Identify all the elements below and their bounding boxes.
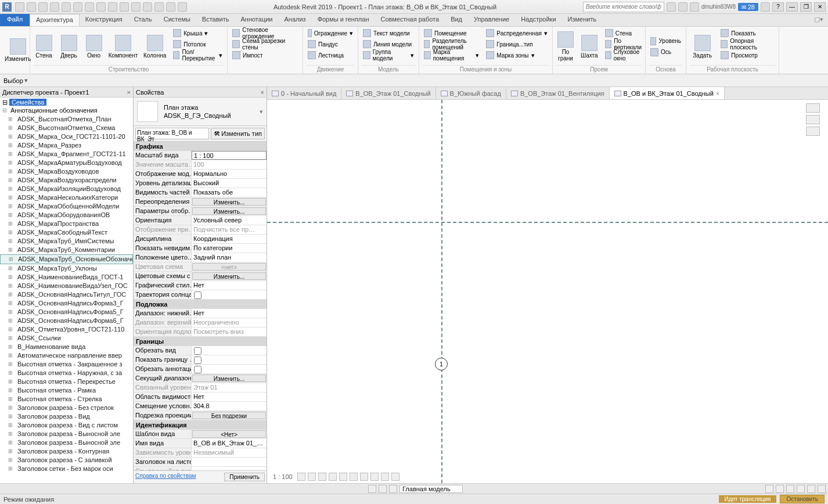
tree-item[interactable]: ADSK_Ссылки [0, 334, 133, 343]
property-value[interactable] [192, 365, 267, 373]
tab-analyze[interactable]: Анализ [278, 14, 311, 26]
design-options-icon[interactable] [389, 485, 397, 493]
editable-icon[interactable] [379, 485, 387, 493]
drawing-canvas[interactable]: 1 1 : 100 [267, 100, 828, 483]
signin-icon[interactable] [678, 2, 687, 12]
qat-3d-icon[interactable] [120, 2, 129, 12]
tab-view[interactable]: Вид [445, 14, 468, 26]
tree-root-label[interactable]: Семейства [9, 99, 46, 106]
property-value[interactable]: Задний план [192, 253, 267, 262]
tab-structure[interactable]: Конструкция [80, 14, 128, 26]
tree-item[interactable]: ADSK_МаркаОборудованияОВ [0, 211, 133, 219]
detail-level-icon[interactable] [297, 473, 305, 481]
tab-annotate[interactable]: Аннотации [235, 14, 279, 26]
level-button[interactable]: Уровень [649, 36, 682, 46]
tree-item[interactable]: Высотная отметка - Перекрестье [0, 377, 133, 386]
wall-button[interactable]: Стена [34, 28, 54, 65]
property-value[interactable]: Нет [192, 281, 267, 290]
view-tab[interactable]: 0 - Начальный вид [267, 87, 341, 99]
tree-item[interactable]: ADSK_ОсновнаяНадписьФорма5_Г [0, 308, 133, 316]
railing-button[interactable]: Ограждение ▾ [307, 28, 354, 38]
tab-massing[interactable]: Формы и генплан [312, 14, 375, 26]
view-tab[interactable]: В_Южный фасад [436, 87, 506, 99]
room-button[interactable]: Помещение [423, 28, 480, 38]
property-value[interactable]: Независимый [192, 448, 267, 457]
tab-systems[interactable]: Системы [158, 14, 196, 26]
area-button[interactable]: Распределенная ▾ [485, 28, 549, 38]
tree-item[interactable]: Высотная отметка - Наружная, с за [0, 369, 133, 377]
tree-item[interactable]: ADSK_ОсновнаяНадписьФорма6_Г [0, 316, 133, 325]
tree-group[interactable]: Аннотационные обозначения [0, 106, 133, 115]
grid-bubble[interactable]: 1 [435, 358, 448, 370]
tree-item[interactable]: ADSK_ОсновнаяНадписьТитул_ГОС [0, 290, 133, 299]
modify-button[interactable]: Изменить [3, 28, 32, 73]
reveal-icon[interactable] [391, 473, 399, 481]
cat-underlay[interactable]: Подложка [134, 300, 267, 309]
edit-type-button[interactable]: 🛠Изменить тип [211, 128, 265, 139]
stair-button[interactable]: Лестница [307, 50, 354, 60]
qat-measure-icon[interactable] [85, 2, 94, 12]
select-links-icon[interactable] [765, 485, 773, 493]
qat-switch-icon[interactable] [166, 2, 175, 12]
main-model-dropdown[interactable]: Главная модель [399, 485, 463, 493]
window-button[interactable]: Окно [84, 28, 104, 65]
area-bnd-button[interactable]: Граница...тип [485, 39, 549, 49]
minimize-button[interactable]: — [786, 2, 798, 12]
property-value[interactable]: В_ОВ и ВК_Этаж 01_… [192, 439, 267, 448]
property-checkbox[interactable] [194, 347, 201, 355]
qat-close-hidden-icon[interactable] [154, 2, 164, 12]
property-value[interactable]: Нормально [192, 170, 267, 178]
tree-item[interactable]: Заголовок разреза - Выносной эле [0, 438, 133, 447]
info-icon[interactable] [667, 2, 676, 12]
tab-addins[interactable]: Надстройки [515, 14, 561, 26]
tree-item[interactable]: ADSK_МаркаАрматурыВоздуховод [0, 159, 133, 167]
tree-item[interactable]: В_Наименование вида [0, 343, 133, 351]
tree-item[interactable]: ADSK_ВысотнаяОтметка_Схема [0, 124, 133, 132]
roof-button[interactable]: Крыша ▾ [172, 28, 224, 38]
tree-item[interactable]: Заголовок разреза - Контурная [0, 447, 133, 456]
property-value[interactable]: Нет [192, 393, 267, 401]
tree-item[interactable]: Заголовок разреза - С заливкой [0, 456, 133, 465]
property-value[interactable]: Условный север [192, 216, 267, 225]
tree-item[interactable]: ADSK_ОсновнаяНадписьФорма3_Г [0, 299, 133, 308]
navigation-widget[interactable] [801, 103, 825, 138]
close-button[interactable]: ✕ [814, 2, 826, 12]
properties-help-link[interactable]: Справка по свойствам [135, 473, 224, 481]
favorites-icon[interactable] [761, 2, 770, 12]
qat-thin-lines-icon[interactable] [143, 2, 152, 12]
tree-item[interactable]: ADSK_НаименованиеВида_ГОСТ-1 [0, 273, 133, 282]
component-button[interactable]: Компонент [109, 28, 138, 65]
shaft-button[interactable]: Шахта [579, 28, 599, 65]
help-icon[interactable]: ? [772, 2, 784, 12]
vertical-opening-button[interactable]: По вертикали [604, 39, 645, 49]
crop-region-icon[interactable] [360, 473, 368, 481]
tree-item[interactable]: ADSK_Марка_Фрагмент_ГОСТ21-11 [0, 150, 133, 159]
close-icon[interactable]: × [127, 89, 131, 96]
grid-button[interactable]: Ось [649, 47, 682, 57]
view-tab[interactable]: В_ОВ_Этаж 01_Вентиляция [506, 87, 610, 99]
rendering-icon[interactable] [339, 473, 347, 481]
sun-path-icon[interactable] [318, 473, 326, 481]
tree-item[interactable]: ADSK_МаркаНесколькихКатегори [0, 193, 133, 202]
filter-icon[interactable] [818, 485, 826, 493]
dormer-button[interactable]: Слуховое окно [604, 50, 645, 60]
tree-item[interactable]: Заголовок разреза - Вид с листом [0, 421, 133, 430]
property-value[interactable]: Нет [192, 309, 267, 318]
tree-item[interactable]: ADSK_МаркаВоздухораспредели [0, 176, 133, 185]
tree-item[interactable]: ADSK_МаркаТруб_Уклоны [0, 264, 133, 273]
model-text-button[interactable]: Текст модели [362, 28, 415, 38]
tree-item[interactable]: Автоматическое направление ввер [0, 351, 133, 360]
tree-item[interactable]: ADSK_Марка_Оси_ГОСТ21-1101-20 [0, 132, 133, 141]
tree-item[interactable]: Заголовок разреза - Выносной эле [0, 430, 133, 438]
cat-identity[interactable]: Идентификация [134, 420, 267, 430]
qat-redo-icon[interactable] [62, 2, 71, 12]
nav-zoom-icon[interactable] [806, 115, 820, 124]
qat-undo-icon[interactable] [50, 2, 59, 12]
qat-sync-icon[interactable] [38, 2, 48, 12]
property-edit-button[interactable]: Изменить... [192, 272, 266, 280]
show-button[interactable]: Показать [719, 28, 775, 38]
tree-item[interactable]: ADSK_МаркаОбобщеннойМодели [0, 202, 133, 211]
notification-badge[interactable]: ✉ 28 [738, 3, 758, 11]
cat-graphics[interactable]: Графика [134, 142, 267, 151]
property-value[interactable]: Подчистить все пр… [192, 225, 267, 234]
